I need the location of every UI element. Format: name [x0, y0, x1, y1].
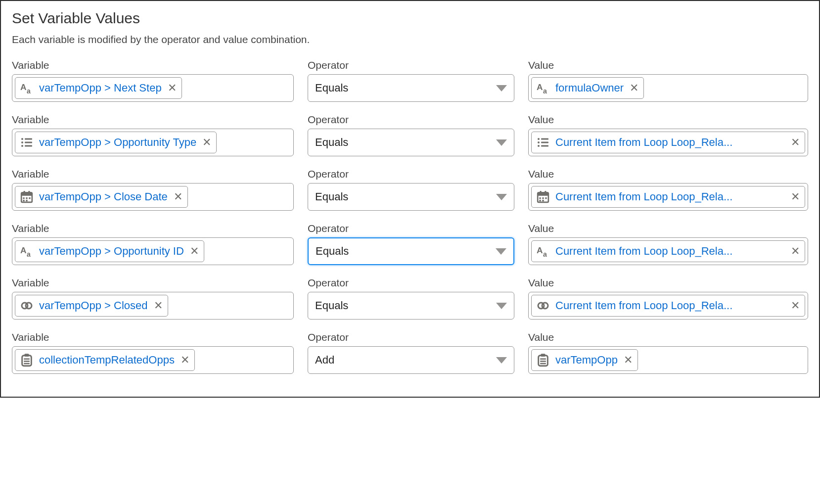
svg-rect-29 [539, 197, 541, 199]
value-label: Value [528, 277, 808, 289]
value-field[interactable]: Current Item from Loop Loop_Rela... ✕ [528, 129, 808, 156]
svg-text:a: a [543, 250, 547, 258]
remove-icon[interactable]: ✕ [189, 246, 200, 257]
picklist-icon [18, 135, 35, 150]
remove-icon[interactable]: ✕ [623, 355, 634, 366]
value-pill[interactable]: Current Item from Loop Loop_Rela... ✕ [531, 186, 805, 208]
operator-select[interactable]: Equals [308, 74, 514, 102]
chevron-down-icon [496, 303, 507, 309]
svg-text:a: a [27, 87, 31, 94]
value-label: Value [528, 223, 808, 234]
value-text: Current Item from Loop Loop_Rela... [555, 190, 785, 203]
text-icon: Aa [535, 81, 551, 95]
svg-rect-50 [540, 361, 546, 362]
date-icon [535, 189, 551, 204]
variable-field[interactable]: varTempOpp > Opportunity Type ✕ [12, 129, 294, 156]
svg-rect-51 [540, 363, 546, 365]
value-text: Current Item from Loop Loop_Rela... [555, 136, 785, 149]
operator-select[interactable]: Equals [308, 292, 514, 320]
svg-rect-13 [541, 142, 548, 143]
remove-icon[interactable]: ✕ [790, 191, 801, 202]
variable-pill[interactable]: varTempOpp > Close Date ✕ [15, 186, 188, 208]
operator-select[interactable]: Equals [308, 129, 514, 156]
assignment-row: Variable collectionTempRelatedOpps ✕ Ope… [12, 331, 808, 374]
link-icon [18, 298, 35, 313]
variable-field[interactable]: varTempOpp > Closed ✕ [12, 292, 294, 320]
variable-field[interactable]: Aa varTempOpp > Next Step ✕ [12, 74, 294, 102]
remove-icon[interactable]: ✕ [790, 137, 801, 148]
variable-pill[interactable]: Aa varTempOpp > Next Step ✕ [15, 77, 182, 99]
remove-icon[interactable]: ✕ [167, 83, 178, 93]
panel-title: Set Variable Values [12, 10, 808, 27]
value-pill[interactable]: Aa formulaOwner ✕ [531, 77, 644, 99]
chevron-down-icon [496, 357, 507, 364]
chevron-down-icon [496, 194, 507, 200]
text-icon: Aa [18, 81, 35, 95]
svg-rect-32 [539, 200, 541, 201]
svg-rect-18 [24, 191, 25, 193]
value-field[interactable]: Current Item from Loop Loop_Rela... ✕ [528, 292, 808, 320]
value-field[interactable]: Aa Current Item from Loop Loop_Rela... ✕ [528, 237, 808, 265]
date-icon [18, 189, 35, 204]
svg-point-39 [26, 303, 32, 309]
svg-text:a: a [27, 250, 31, 258]
remove-icon[interactable]: ✕ [201, 137, 212, 148]
svg-rect-21 [26, 197, 27, 199]
operator-text: Equals [315, 190, 348, 203]
variable-field[interactable]: varTempOpp > Close Date ✕ [12, 183, 294, 211]
operator-label: Operator [308, 223, 514, 234]
svg-text:A: A [20, 245, 27, 255]
svg-rect-27 [540, 191, 542, 193]
operator-text: Equals [315, 82, 348, 94]
value-pill[interactable]: Aa Current Item from Loop Loop_Rela... ✕ [531, 240, 805, 262]
value-label: Value [528, 331, 808, 343]
svg-point-10 [538, 138, 540, 140]
value-text: varTempOpp [555, 354, 618, 367]
variable-text: varTempOpp > Closed [39, 299, 148, 312]
variable-field[interactable]: Aa varTempOpp > Opportunity ID ✕ [12, 237, 294, 265]
svg-rect-43 [24, 354, 29, 357]
value-field[interactable]: Current Item from Loop Loop_Rela... ✕ [528, 183, 808, 211]
svg-point-8 [21, 145, 23, 147]
operator-select[interactable]: Add [308, 346, 514, 374]
variable-pill[interactable]: Aa varTempOpp > Opportunity ID ✕ [15, 240, 204, 262]
value-pill[interactable]: varTempOpp ✕ [531, 349, 638, 371]
variable-label: Variable [12, 277, 294, 289]
svg-rect-15 [541, 145, 548, 147]
assignment-row: Variable varTempOpp > Close Date ✕ Opera… [12, 168, 808, 211]
remove-icon[interactable]: ✕ [153, 300, 164, 311]
value-field[interactable]: varTempOpp ✕ [528, 346, 808, 374]
value-pill[interactable]: Current Item from Loop Loop_Rela... ✕ [531, 132, 805, 153]
operator-select[interactable]: Equals [308, 237, 514, 265]
svg-rect-17 [21, 192, 32, 196]
operator-label: Operator [308, 168, 514, 180]
chevron-down-icon [496, 248, 506, 255]
svg-rect-20 [23, 197, 24, 199]
variable-text: varTempOpp > Opportunity Type [39, 136, 196, 149]
remove-icon[interactable]: ✕ [629, 83, 639, 93]
record-icon [18, 353, 35, 367]
remove-icon[interactable]: ✕ [173, 191, 183, 202]
variable-text: varTempOpp > Close Date [39, 190, 168, 203]
svg-rect-46 [24, 363, 30, 365]
variable-pill[interactable]: collectionTempRelatedOpps ✕ [15, 349, 195, 371]
variable-pill[interactable]: varTempOpp > Closed ✕ [15, 295, 168, 317]
record-icon [535, 353, 551, 367]
assignment-row: Variable Aa varTempOpp > Opportunity ID … [12, 223, 808, 265]
variable-field[interactable]: collectionTempRelatedOpps ✕ [12, 346, 294, 374]
operator-text: Equals [315, 136, 348, 149]
remove-icon[interactable]: ✕ [790, 246, 801, 257]
remove-icon[interactable]: ✕ [790, 300, 801, 311]
variable-label: Variable [12, 114, 294, 126]
assignment-row: Variable varTempOpp > Opportunity Type ✕… [12, 114, 808, 156]
svg-text:A: A [20, 82, 27, 92]
operator-text: Equals [315, 299, 348, 312]
svg-rect-19 [28, 191, 30, 193]
remove-icon[interactable]: ✕ [180, 355, 190, 366]
operator-select[interactable]: Equals [308, 183, 514, 211]
svg-text:A: A [537, 245, 543, 255]
svg-rect-7 [25, 142, 32, 143]
value-pill[interactable]: Current Item from Loop Loop_Rela... ✕ [531, 295, 805, 317]
variable-pill[interactable]: varTempOpp > Opportunity Type ✕ [15, 132, 217, 153]
value-field[interactable]: Aa formulaOwner ✕ [528, 74, 808, 102]
